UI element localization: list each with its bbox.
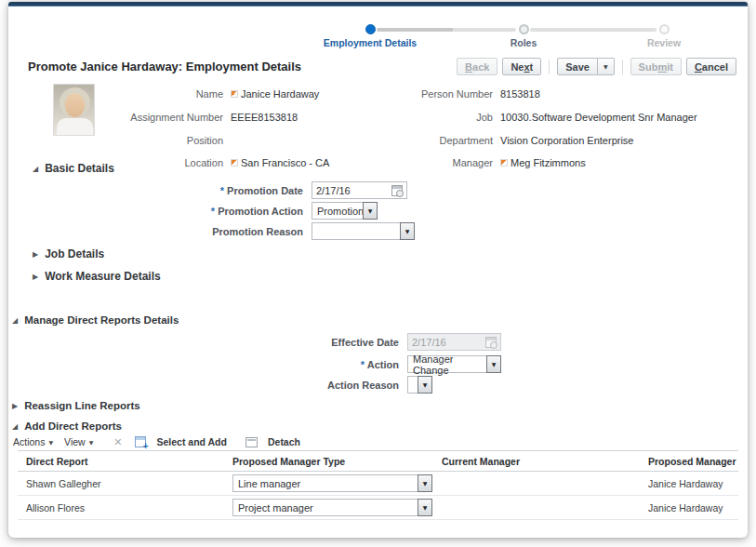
step-label-roles[interactable]: Roles <box>486 37 561 48</box>
actions-menu[interactable]: Actions ▼ <box>13 436 53 447</box>
promotion-date-input[interactable]: 2/17/16 <box>312 181 407 199</box>
next-button[interactable]: Next <box>502 58 541 75</box>
table-row[interactable]: Allison Flores Project manager ▼ Janice … <box>18 496 738 520</box>
direct-reports-toolbar: Actions ▼ View ▼ ✕ Select and Add Detach <box>13 434 300 450</box>
dropdown-arrow-icon: ▼ <box>486 355 501 373</box>
department-value: Vision Corporation Enterprise <box>500 135 633 146</box>
section-reassign-line-reports[interactable]: ▶ Reassign Line Reports <box>12 400 140 411</box>
effective-date-input: 2/17/16 <box>407 333 501 351</box>
submit-button: Submit <box>630 58 682 75</box>
action-row: Action Manager Change ▼ <box>8 355 748 373</box>
page: Employment Details Roles Review Promote … <box>0 0 756 547</box>
direct-reports-table: Direct Report Proposed Manager Type Curr… <box>18 450 738 520</box>
expand-icon: ▶ <box>12 402 18 410</box>
assignment-number-label: Assignment Number <box>8 112 223 123</box>
promotion-action-select[interactable]: Promotion ▼ <box>312 202 378 220</box>
chevron-down-icon: ▼ <box>48 439 53 446</box>
stepper-connector <box>530 28 657 32</box>
dropdown-arrow-icon: ▼ <box>363 202 378 220</box>
promotion-reason-select[interactable]: ▼ <box>312 222 415 240</box>
stepper-connector <box>377 28 516 32</box>
step-label-review[interactable]: Review <box>627 37 701 48</box>
direct-report-cell: Allison Flores <box>18 502 232 514</box>
select-and-add-button[interactable]: Select and Add <box>135 436 226 447</box>
position-label: Position <box>8 135 223 146</box>
promotion-reason-row: Promotion Reason ▼ <box>8 222 748 240</box>
detach-icon <box>245 437 258 447</box>
column-header-proposed-manager: Proposed Manager <box>648 456 738 467</box>
calendar-icon[interactable] <box>391 185 403 196</box>
select-and-add-icon <box>135 436 146 447</box>
cancel-button[interactable]: Cancel <box>686 58 736 75</box>
collapse-icon: ◢ <box>12 422 18 431</box>
page-title: Promote Janice Hardaway: Employment Deta… <box>28 60 301 73</box>
calendar-icon <box>485 337 497 348</box>
step-dot-roles[interactable] <box>519 24 529 34</box>
column-header-proposed-manager-type: Proposed Manager Type <box>232 456 442 467</box>
person-number-label: Person Number <box>287 88 493 100</box>
save-menu-arrow-icon[interactable]: ▼ <box>598 58 615 75</box>
back-button: Back <box>457 58 497 75</box>
promotion-action-row: Promotion Action Promotion ▼ <box>8 202 748 220</box>
action-reason-row: Action Reason ▼ <box>8 376 748 394</box>
promotion-date-row: Promotion Date 2/17/16 <box>8 181 748 199</box>
promotion-date-label: Promotion Date <box>8 185 303 196</box>
changed-indicator-icon <box>231 159 238 167</box>
changed-indicator-icon <box>231 90 238 98</box>
section-job-details[interactable]: ▶ Job Details <box>33 247 104 260</box>
save-button[interactable]: Save <box>557 58 598 75</box>
effective-date-label: Effective Date <box>8 337 399 348</box>
promotion-reason-label: Promotion Reason <box>8 226 303 237</box>
delete-icon[interactable]: ✕ <box>113 436 122 448</box>
manager-label: Manager <box>287 157 493 168</box>
section-basic-details[interactable]: ◢ Basic Details <box>33 162 114 175</box>
collapse-icon: ◢ <box>33 165 38 173</box>
table-header-row: Direct Report Proposed Manager Type Curr… <box>18 450 738 472</box>
expand-icon: ▶ <box>33 273 38 281</box>
proposed-manager-cell: Janice Hardaway <box>648 478 738 489</box>
dropdown-arrow-icon: ▼ <box>400 222 415 240</box>
step-dot-review[interactable] <box>659 24 670 34</box>
action-select[interactable]: Manager Change ▼ <box>407 355 501 373</box>
column-header-direct-report: Direct Report <box>18 456 232 467</box>
detach-button[interactable]: Detach <box>245 436 300 447</box>
collapse-icon: ◢ <box>12 316 18 325</box>
action-reason-label: Action Reason <box>8 380 399 391</box>
view-menu[interactable]: View ▼ <box>64 436 93 447</box>
action-reason-select[interactable]: ▼ <box>407 376 432 394</box>
job-value: 10030.Software Development Snr Manager <box>500 112 697 123</box>
section-work-measure-details[interactable]: ▶ Work Measure Details <box>33 270 161 283</box>
proposed-manager-type-select[interactable]: Project manager ▼ <box>232 499 432 516</box>
top-accent-bar <box>8 2 748 7</box>
summary-row: Location San Francisco - CA Manager Meg … <box>8 157 748 170</box>
table-row[interactable]: Shawn Gallegher Line manager ▼ Janice Ha… <box>18 472 738 496</box>
expand-icon: ▶ <box>33 250 38 259</box>
proposed-manager-type-select[interactable]: Line manager ▼ <box>232 474 432 492</box>
proposed-manager-cell: Janice Hardaway <box>648 502 738 514</box>
dropdown-arrow-icon: ▼ <box>418 499 432 516</box>
dropdown-arrow-icon: ▼ <box>418 376 432 394</box>
summary-row: Name Janice Hardaway Person Number 81538… <box>8 88 748 101</box>
effective-date-row: Effective Date 2/17/16 <box>8 333 748 351</box>
button-group-divider <box>622 60 623 74</box>
chevron-down-icon: ▼ <box>89 439 94 446</box>
button-group-divider <box>549 60 550 74</box>
changed-indicator-icon <box>500 159 508 167</box>
step-dot-employment-details[interactable] <box>365 24 376 34</box>
header-action-buttons: Back Next Save ▼ Submit Cancel <box>457 58 736 75</box>
person-number-value: 8153818 <box>500 88 540 100</box>
job-label: Job <box>287 112 493 123</box>
section-manage-direct-reports-details[interactable]: ◢ Manage Direct Reports Details <box>12 314 179 326</box>
dropdown-arrow-icon: ▼ <box>418 474 432 492</box>
action-label: Action <box>8 359 399 370</box>
proposed-manager-type-cell: Project manager ▼ <box>232 499 442 516</box>
manager-value: Meg Fitzimmons <box>500 157 586 168</box>
proposed-manager-type-cell: Line manager ▼ <box>232 474 442 492</box>
section-add-direct-reports[interactable]: ◢ Add Direct Reports <box>12 420 122 432</box>
name-label: Name <box>8 88 223 100</box>
save-split-button: Save ▼ <box>557 58 614 75</box>
step-label-employment-details[interactable]: Employment Details <box>305 37 435 48</box>
promotion-action-label: Promotion Action <box>8 206 303 217</box>
content-card: Employment Details Roles Review Promote … <box>8 2 748 538</box>
summary-row: Assignment Number EEEE8153818 Job 10030.… <box>8 112 748 125</box>
